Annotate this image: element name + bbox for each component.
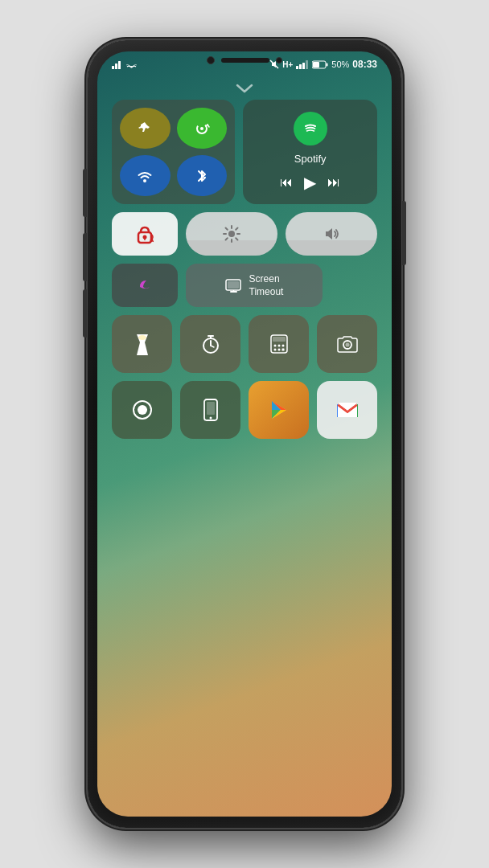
svg-point-40 bbox=[277, 345, 280, 347]
gmail-button[interactable] bbox=[317, 381, 377, 439]
network-bars-icon bbox=[296, 60, 309, 69]
svg-line-23 bbox=[236, 238, 237, 240]
svg-rect-5 bbox=[299, 64, 302, 69]
app-shortcuts-row2 bbox=[112, 381, 377, 439]
svg-line-25 bbox=[226, 238, 228, 240]
quick-toggles-panel bbox=[112, 100, 235, 204]
svg-line-22 bbox=[226, 228, 228, 230]
battery-icon bbox=[312, 60, 328, 69]
svg-rect-29 bbox=[228, 281, 239, 289]
svg-point-50 bbox=[209, 417, 212, 420]
middle-row: Screen Timeout bbox=[112, 212, 377, 307]
phone-mirror-button[interactable] bbox=[180, 381, 240, 439]
svg-rect-10 bbox=[327, 63, 328, 66]
svg-rect-51 bbox=[207, 402, 215, 415]
svg-rect-7 bbox=[306, 60, 308, 69]
svg-rect-44 bbox=[281, 349, 284, 351]
app-shortcuts-row1 bbox=[112, 315, 377, 373]
battery-percent: 50% bbox=[331, 59, 349, 69]
signal-bars-icon bbox=[112, 59, 123, 69]
status-bar: H+ 50% 08:33 bbox=[97, 51, 392, 74]
camera-notch bbox=[207, 56, 282, 64]
svg-point-42 bbox=[273, 349, 276, 351]
svg-rect-38 bbox=[273, 337, 286, 342]
svg-rect-9 bbox=[313, 62, 319, 68]
svg-point-48 bbox=[138, 405, 147, 415]
spotify-prev-button[interactable]: ⏮ bbox=[280, 175, 293, 190]
svg-point-41 bbox=[281, 345, 284, 347]
svg-line-24 bbox=[236, 228, 237, 230]
svg-point-43 bbox=[277, 349, 280, 351]
status-left-icons bbox=[112, 59, 137, 69]
screen-timeout-button[interactable]: Screen Timeout bbox=[186, 264, 323, 307]
svg-rect-6 bbox=[302, 63, 305, 69]
airplane-mode-toggle[interactable] bbox=[120, 108, 171, 149]
svg-point-13 bbox=[143, 179, 146, 182]
flashlight-button[interactable] bbox=[112, 315, 172, 373]
svg-rect-2 bbox=[118, 61, 121, 69]
camera-button[interactable] bbox=[317, 315, 377, 373]
bluetooth-toggle[interactable] bbox=[177, 155, 228, 196]
phone-screen: H+ 50% 08:33 bbox=[97, 51, 392, 817]
svg-point-31 bbox=[138, 335, 146, 340]
screen-timeout-icon bbox=[225, 278, 243, 293]
wifi-small-icon bbox=[126, 60, 137, 69]
phone-frame: H+ 50% 08:33 bbox=[88, 40, 401, 828]
svg-point-46 bbox=[345, 343, 349, 347]
spotify-panel: Spotify ⏮ ▶ ⏭ bbox=[243, 100, 377, 204]
screen-record-button[interactable] bbox=[112, 381, 172, 439]
svg-rect-0 bbox=[112, 66, 114, 69]
volume-slider[interactable] bbox=[286, 212, 377, 256]
wifi-toggle[interactable] bbox=[120, 155, 171, 196]
screen-timeout-label: Screen Timeout bbox=[249, 272, 284, 297]
clock: 08:33 bbox=[352, 59, 377, 70]
right-controls: Screen Timeout bbox=[186, 212, 377, 307]
brightness-slider[interactable] bbox=[186, 212, 277, 256]
svg-point-12 bbox=[200, 127, 203, 130]
sliders-row bbox=[186, 212, 377, 256]
speaker-grille bbox=[221, 58, 269, 63]
spotify-logo[interactable] bbox=[294, 112, 327, 145]
rotation-lock-toggle[interactable] bbox=[177, 108, 228, 149]
svg-point-39 bbox=[273, 345, 276, 347]
status-right-icons: H+ 50% 08:33 bbox=[269, 59, 377, 70]
play-store-button[interactable] bbox=[249, 381, 309, 439]
top-row: Spotify ⏮ ▶ ⏭ bbox=[112, 100, 377, 204]
control-center: Spotify ⏮ ▶ ⏭ bbox=[112, 100, 377, 800]
chevron-down-indicator bbox=[234, 80, 255, 99]
brightness-icon bbox=[223, 225, 240, 243]
svg-rect-1 bbox=[115, 63, 117, 69]
front-camera bbox=[207, 56, 215, 64]
timer-button[interactable] bbox=[180, 315, 240, 373]
network-type: H+ bbox=[282, 60, 293, 69]
spotify-controls: ⏮ ▶ ⏭ bbox=[280, 173, 340, 192]
svg-point-14 bbox=[300, 118, 321, 139]
calculator-button[interactable] bbox=[249, 315, 309, 373]
spotify-next-button[interactable]: ⏭ bbox=[327, 175, 340, 190]
volume-fill bbox=[286, 240, 377, 256]
volume-icon bbox=[323, 226, 340, 242]
svg-rect-4 bbox=[296, 66, 298, 69]
svg-point-17 bbox=[228, 231, 235, 237]
night-mode-button[interactable] bbox=[112, 264, 178, 307]
sensor-dot bbox=[276, 57, 282, 63]
svg-line-34 bbox=[211, 346, 214, 347]
screen-lock-button[interactable] bbox=[112, 212, 178, 256]
spotify-play-button[interactable]: ▶ bbox=[304, 173, 316, 192]
left-buttons-column bbox=[112, 212, 178, 307]
spotify-label: Spotify bbox=[294, 153, 327, 165]
